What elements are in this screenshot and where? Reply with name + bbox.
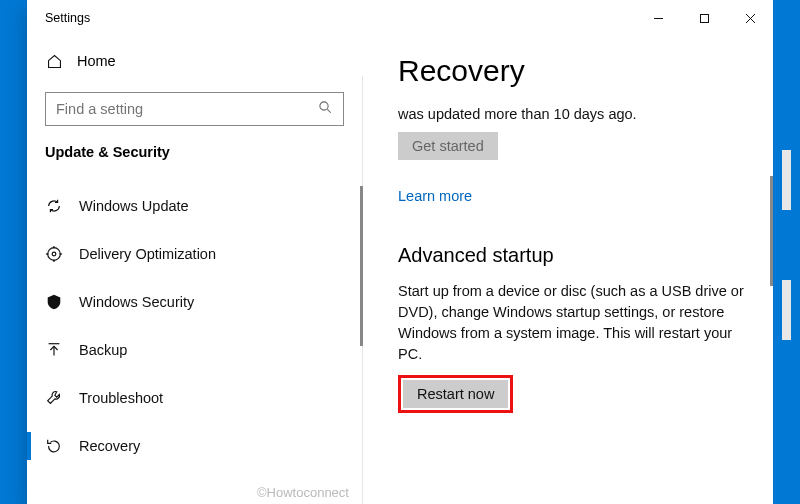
restart-now-button[interactable]: Restart now: [403, 380, 508, 408]
sidebar-item-recovery[interactable]: Recovery: [45, 422, 344, 470]
sidebar-section-title: Update & Security: [45, 144, 344, 160]
titlebar: Settings: [27, 0, 773, 36]
page-title: Recovery: [398, 54, 753, 88]
watermark: ©Howtoconnect: [257, 485, 349, 500]
svg-line-5: [327, 109, 330, 112]
advanced-startup-heading: Advanced startup: [398, 244, 753, 267]
restart-highlight-box: Restart now: [398, 375, 513, 413]
desktop-stripe: [782, 280, 791, 340]
sidebar-item-label: Windows Security: [79, 294, 194, 310]
sidebar-item-windows-update[interactable]: Windows Update: [45, 182, 344, 230]
search-icon: [318, 100, 333, 119]
maximize-button[interactable]: [681, 3, 727, 33]
close-button[interactable]: [727, 3, 773, 33]
search-input[interactable]: [56, 101, 306, 117]
sidebar-item-delivery-optimization[interactable]: Delivery Optimization: [45, 230, 344, 278]
minimize-button[interactable]: [635, 3, 681, 33]
sync-icon: [45, 197, 63, 215]
app-title: Settings: [45, 11, 90, 25]
main-panel: Recovery was updated more than 10 days a…: [362, 36, 773, 504]
svg-point-4: [320, 101, 328, 109]
svg-rect-1: [700, 14, 708, 22]
svg-point-7: [52, 252, 56, 256]
svg-point-6: [48, 248, 61, 261]
sidebar-item-troubleshoot[interactable]: Troubleshoot: [45, 374, 344, 422]
sidebar-item-label: Windows Update: [79, 198, 189, 214]
sidebar-nav: Windows Update Delivery Optimization Win…: [45, 182, 344, 470]
sidebar-item-label: Troubleshoot: [79, 390, 163, 406]
advanced-startup-description: Start up from a device or disc (such as …: [398, 281, 753, 365]
desktop-background: [773, 0, 800, 504]
sidebar-home[interactable]: Home: [45, 40, 344, 82]
sidebar-item-label: Backup: [79, 342, 127, 358]
search-box[interactable]: [45, 92, 344, 126]
get-started-button[interactable]: Get started: [398, 132, 498, 160]
shield-icon: [45, 293, 63, 311]
goback-text-fragment: was updated more than 10 days ago.: [398, 106, 753, 122]
backup-icon: [45, 341, 63, 359]
sidebar-home-label: Home: [77, 53, 116, 69]
delivery-icon: [45, 245, 63, 263]
sidebar: Home Update & Security Windows Update: [27, 36, 362, 504]
recovery-icon: [45, 437, 63, 455]
settings-window: Settings Home: [27, 0, 773, 504]
sidebar-item-label: Recovery: [79, 438, 140, 454]
desktop-stripe: [782, 150, 791, 210]
sidebar-item-backup[interactable]: Backup: [45, 326, 344, 374]
learn-more-link[interactable]: Learn more: [398, 188, 753, 204]
home-icon: [45, 52, 63, 70]
sidebar-item-windows-security[interactable]: Windows Security: [45, 278, 344, 326]
wrench-icon: [45, 389, 63, 407]
window-body: Home Update & Security Windows Update: [27, 36, 773, 504]
window-controls: [635, 3, 773, 33]
sidebar-item-label: Delivery Optimization: [79, 246, 216, 262]
